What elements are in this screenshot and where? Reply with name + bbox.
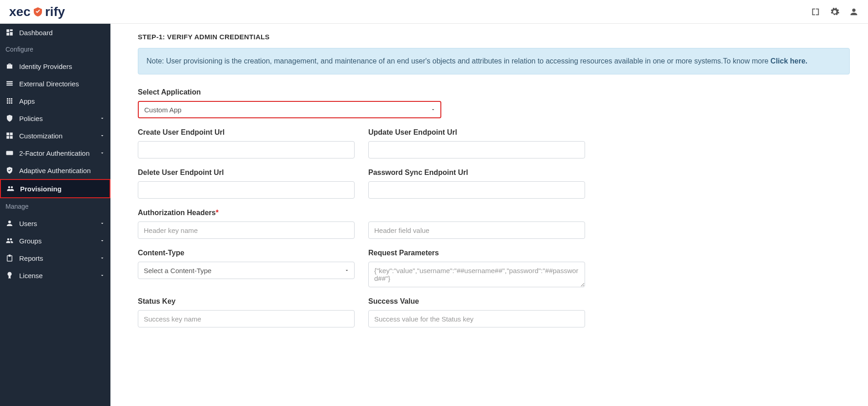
- sidebar-item-provisioning[interactable]: Provisioning: [0, 179, 110, 198]
- sidebar-item-policies[interactable]: Policies: [0, 110, 110, 127]
- main-content: STEP-1: VERIFY ADMIN CREDENTIALS Note: U…: [110, 24, 868, 406]
- sidebar-item-label: Identity Providers: [19, 63, 72, 70]
- update-url-label: Update User Endpoint Url: [368, 128, 585, 137]
- sidebar-item-groups[interactable]: Groups: [0, 232, 110, 249]
- provisioning-form: Select Application Custom App Create Use…: [138, 88, 585, 327]
- sidebar-item-label: 2-Factor Authentication: [19, 149, 89, 157]
- success-value-label: Success Value: [368, 297, 585, 306]
- group-icon: [5, 237, 14, 245]
- success-value-input[interactable]: [368, 310, 585, 327]
- spacer-label: [368, 209, 585, 217]
- sidebar-item-dashboard[interactable]: Dashboard: [0, 24, 110, 41]
- sidebar-item-apps[interactable]: Apps: [0, 92, 110, 110]
- sidebar-item-identity-providers[interactable]: Identity Providers: [0, 58, 110, 75]
- request-params-input[interactable]: [368, 262, 585, 287]
- chevron-down-icon: [99, 150, 105, 156]
- user-icon[interactable]: [849, 7, 859, 17]
- list-icon: [5, 79, 14, 88]
- sidebar-item-adaptive-auth[interactable]: Adaptive Authentication: [0, 162, 110, 179]
- sidebar-section-manage: Manage: [0, 198, 110, 215]
- brand-check-icon: [32, 6, 43, 17]
- delete-url-input[interactable]: [138, 181, 355, 199]
- content-type-label: Content-Type: [138, 249, 355, 257]
- password-url-input[interactable]: [368, 181, 585, 199]
- sidebar-item-label: External Directories: [19, 80, 79, 88]
- chevron-down-icon: [99, 116, 105, 121]
- sidebar-item-label: Dashboard: [19, 29, 52, 37]
- sidebar-section-configure: Configure: [0, 41, 110, 58]
- sidebar-item-license[interactable]: License: [0, 267, 110, 284]
- badge-icon: [5, 271, 14, 279]
- sidebar-item-label: License: [19, 272, 43, 279]
- update-url-input[interactable]: [368, 141, 585, 158]
- numbers-icon: [5, 149, 14, 157]
- chevron-down-icon: [99, 255, 105, 261]
- brand-text-right: rify: [45, 5, 65, 19]
- sidebar-item-label: Customization: [19, 132, 63, 140]
- sidebar-item-label: Groups: [19, 237, 42, 245]
- content-type-value: Select a Content-Type: [144, 267, 211, 274]
- shield-icon: [5, 114, 14, 122]
- sidebar-item-label: Apps: [19, 97, 35, 105]
- sidebar-item-external-directories[interactable]: External Directories: [0, 75, 110, 92]
- chevron-down-icon: [99, 238, 105, 243]
- sidebar-item-reports[interactable]: Reports: [0, 249, 110, 267]
- note-link[interactable]: Click here.: [770, 57, 807, 65]
- person-icon: [5, 219, 14, 227]
- sidebar-item-label: Policies: [19, 115, 43, 122]
- content-type-dropdown[interactable]: Select a Content-Type: [138, 262, 355, 279]
- clipboard-icon: [5, 254, 14, 262]
- docs-icon[interactable]: [810, 7, 821, 17]
- sidebar-item-label: Adaptive Authentication: [19, 167, 91, 174]
- auth-headers-label: Authorization Headers*: [138, 209, 355, 217]
- sidebar-item-users[interactable]: Users: [0, 215, 110, 232]
- chevron-down-icon: [99, 273, 105, 278]
- shield-check-icon: [5, 166, 14, 174]
- create-url-label: Create User Endpoint Url: [138, 128, 355, 137]
- sidebar-item-customization[interactable]: Customization: [0, 127, 110, 144]
- chevron-down-icon: [99, 221, 105, 226]
- brand-logo: xec rify: [9, 5, 65, 19]
- sidebar-item-label: Reports: [19, 254, 43, 262]
- note-text: Note: User provisioning is the creation,…: [146, 57, 770, 65]
- header-key-input[interactable]: [138, 221, 355, 239]
- select-application-label: Select Application: [138, 88, 441, 96]
- select-application-value: Custom App: [144, 106, 182, 114]
- dashboard-icon: [5, 28, 14, 37]
- status-key-input[interactable]: [138, 310, 355, 327]
- sidebar-item-label: Users: [19, 220, 37, 227]
- request-params-label: Request Parameters: [368, 249, 585, 257]
- chevron-down-icon: [430, 107, 436, 112]
- sidebar-item-2fa[interactable]: 2-Factor Authentication: [0, 144, 110, 162]
- chevron-down-icon: [99, 133, 105, 138]
- gear-icon[interactable]: [830, 7, 840, 17]
- sidebar-item-label: Provisioning: [20, 185, 62, 193]
- svg-rect-0: [6, 151, 13, 155]
- chevron-down-icon: [344, 268, 350, 273]
- step-title: STEP-1: VERIFY ADMIN CREDENTIALS: [138, 33, 850, 41]
- password-url-label: Password Sync Endpoint Url: [368, 169, 585, 177]
- create-url-input[interactable]: [138, 141, 355, 158]
- select-application-dropdown[interactable]: Custom App: [138, 101, 441, 118]
- puzzle-icon: [5, 132, 14, 140]
- header-value-input[interactable]: [368, 221, 585, 239]
- users-sync-icon: [6, 185, 15, 193]
- sidebar: Dashboard Configure Identity Providers E…: [0, 24, 110, 406]
- top-icons: [810, 7, 859, 17]
- delete-url-label: Delete User Endpoint Url: [138, 169, 355, 177]
- grid-icon: [5, 97, 14, 105]
- info-note: Note: User provisioning is the creation,…: [138, 48, 850, 74]
- briefcase-icon: [5, 62, 14, 70]
- topbar: xec rify: [0, 0, 868, 24]
- status-key-label: Status Key: [138, 297, 355, 306]
- brand-text-left: xec: [9, 5, 31, 19]
